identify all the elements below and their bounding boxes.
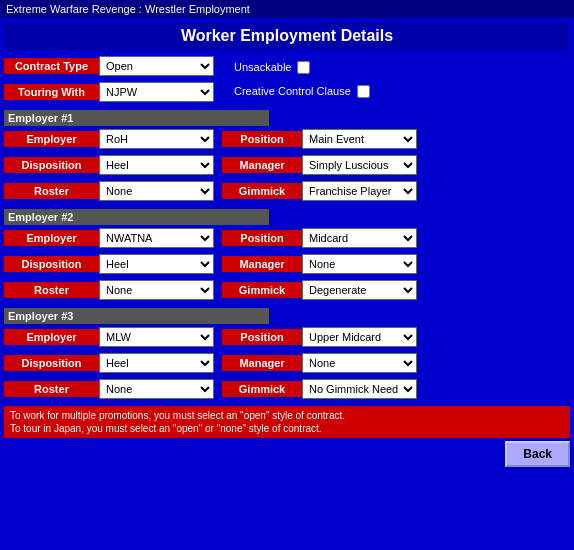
- emp2-gimmick-label: Gimmick: [222, 282, 302, 298]
- emp2-manager-label: Manager: [222, 256, 302, 272]
- emp2-position-label: Position: [222, 230, 302, 246]
- bottom-info-line2: To tour in Japan, you must select an "op…: [10, 423, 564, 434]
- emp3-manager-select[interactable]: None: [302, 353, 417, 373]
- touring-with-select[interactable]: NJPW: [99, 82, 214, 102]
- emp3-manager-label: Manager: [222, 355, 302, 371]
- contract-type-label: Contract Type: [4, 58, 99, 74]
- emp3-roster-label: Roster: [4, 381, 99, 397]
- emp3-position-label: Position: [222, 329, 302, 345]
- emp1-manager-select[interactable]: Simply Luscious: [302, 155, 417, 175]
- emp3-gimmick-label: Gimmick: [222, 381, 302, 397]
- title-bar-text: Extreme Warfare Revenge : Wrestler Emplo…: [6, 3, 250, 15]
- emp1-employer-label: Employer: [4, 131, 99, 147]
- back-button[interactable]: Back: [505, 441, 570, 467]
- emp1-gimmick-label: Gimmick: [222, 183, 302, 199]
- employer-1-header: Employer #1: [4, 110, 269, 126]
- bottom-info-line1: To work for multiple promotions, you mus…: [10, 410, 564, 421]
- emp1-position-select[interactable]: Main Event: [302, 129, 417, 149]
- employer-2-header: Employer #2: [4, 209, 269, 225]
- page-title: Worker Employment Details: [4, 22, 570, 50]
- creative-control-label: Creative Control Clause: [234, 85, 351, 97]
- unsackable-label: Unsackable: [234, 61, 291, 73]
- emp2-employer-select[interactable]: NWATNA: [99, 228, 214, 248]
- creative-control-checkbox[interactable]: [357, 85, 370, 98]
- emp3-gimmick-select[interactable]: No Gimmick Neede: [302, 379, 417, 399]
- emp1-disposition-select[interactable]: Heel: [99, 155, 214, 175]
- emp3-employer-select[interactable]: MLW: [99, 327, 214, 347]
- emp1-manager-label: Manager: [222, 157, 302, 173]
- contract-type-select[interactable]: Open: [99, 56, 214, 76]
- unsackable-checkbox[interactable]: [297, 61, 310, 74]
- touring-with-label: Touring With: [4, 84, 99, 100]
- emp1-gimmick-select[interactable]: Franchise Player: [302, 181, 417, 201]
- emp1-roster-select[interactable]: None: [99, 181, 214, 201]
- emp2-gimmick-select[interactable]: Degenerate: [302, 280, 417, 300]
- emp1-employer-select[interactable]: RoH: [99, 129, 214, 149]
- title-bar: Extreme Warfare Revenge : Wrestler Emplo…: [0, 0, 574, 18]
- employer-3-header: Employer #3: [4, 308, 269, 324]
- emp2-disposition-label: Disposition: [4, 256, 99, 272]
- emp2-manager-select[interactable]: None: [302, 254, 417, 274]
- emp3-roster-select[interactable]: None: [99, 379, 214, 399]
- emp1-roster-label: Roster: [4, 183, 99, 199]
- emp1-disposition-label: Disposition: [4, 157, 99, 173]
- emp2-position-select[interactable]: Midcard: [302, 228, 417, 248]
- emp2-employer-label: Employer: [4, 230, 99, 246]
- emp2-roster-label: Roster: [4, 282, 99, 298]
- emp3-employer-label: Employer: [4, 329, 99, 345]
- emp2-roster-select[interactable]: None: [99, 280, 214, 300]
- emp3-disposition-label: Disposition: [4, 355, 99, 371]
- emp2-disposition-select[interactable]: Heel: [99, 254, 214, 274]
- emp3-position-select[interactable]: Upper Midcard: [302, 327, 417, 347]
- emp3-disposition-select[interactable]: Heel: [99, 353, 214, 373]
- bottom-info: To work for multiple promotions, you mus…: [4, 406, 570, 438]
- emp1-position-label: Position: [222, 131, 302, 147]
